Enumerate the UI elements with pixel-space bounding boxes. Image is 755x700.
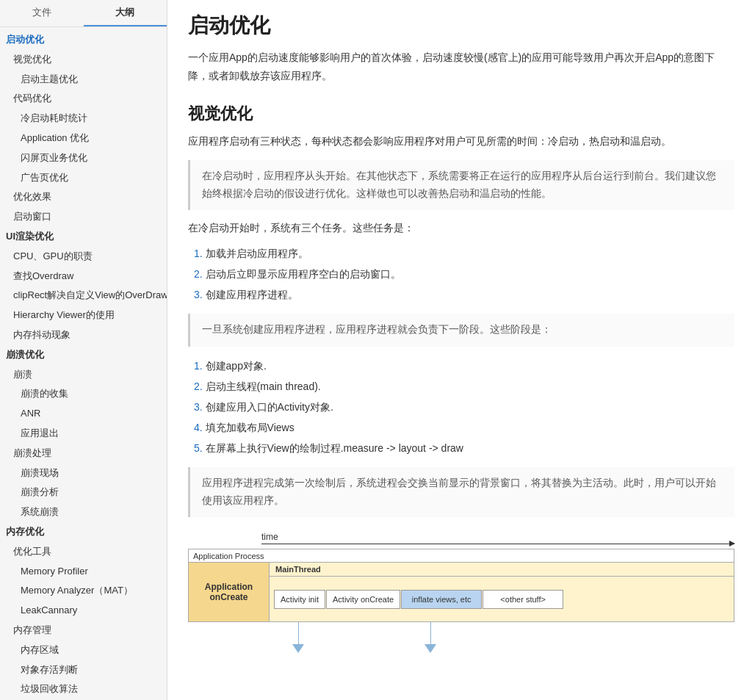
sidebar-item-crash-collect[interactable]: 崩溃的收集 (0, 384, 167, 404)
sidebar-item-crash-handle[interactable]: 崩溃处理 (0, 444, 167, 463)
sidebar-item-cliprect[interactable]: clipRect解决自定义View的OverDraw (0, 286, 167, 306)
sidebar-item-app-exit[interactable]: 应用退出 (0, 424, 167, 444)
sidebar-item-memory-analyzer[interactable]: Memory Analyzer（MAT） (0, 581, 167, 601)
task-num-2: 3. (194, 289, 203, 300)
sidebar-item-application-opt[interactable]: Application 优化 (0, 129, 167, 148)
sidebar-item-leak-cannary[interactable]: LeakCannary (0, 601, 167, 621)
sidebar-item-crash-scene[interactable]: 崩溃现场 (0, 463, 167, 483)
sidebar-item-ui-render-opt[interactable]: UI渲染优化 (0, 227, 167, 247)
app-task-item-2: 3. 创建应用入口的Activity对象. (194, 397, 734, 417)
sidebar-item-find-overdraw[interactable]: 查找Overdraw (0, 267, 167, 286)
app-task-num-1: 2. (194, 380, 203, 392)
diagram-container: time Application Process ApplicationonCr… (188, 532, 734, 653)
sidebar-item-mem-jitter[interactable]: 内存抖动现象 (0, 325, 167, 345)
task-item-2: 3. 创建应用程序进程。 (194, 284, 734, 305)
sidebar-item-startup-window[interactable]: 启动窗口 (0, 207, 167, 227)
app-task-item-4: 5. 在屏幕上执行View的绘制过程.measure -> layout -> … (194, 438, 734, 458)
sidebar: 文件 大纲 启动优化视觉优化启动主题优化代码优化冷启动耗时统计Applicati… (0, 0, 167, 700)
sidebar-item-gc-algo[interactable]: 垃圾回收算法 (0, 679, 167, 699)
blockquote-2-text: 一旦系统创建应用程序进程，应用程序进程就会负责下一阶段。这些阶段是： (202, 324, 552, 335)
blockquote-2: 一旦系统创建应用程序进程，应用程序进程就会负责下一阶段。这些阶段是： (188, 314, 734, 346)
app-tasks-list: 1. 创建app对象.2. 启动主线程(main thread).3. 创建应用… (194, 356, 734, 458)
app-task-item-3: 4. 填充加载布局Views (194, 417, 734, 438)
diagram-bottom-indicators (269, 622, 734, 653)
sidebar-item-anr[interactable]: ANR (0, 404, 167, 424)
sidebar-item-memory-profiler[interactable]: Memory Profiler (0, 562, 167, 582)
sidebar-item-cpu-gpu[interactable]: CPU、GPU的职责 (0, 247, 167, 267)
diagram-time-arrow (261, 544, 734, 544)
app-task-num-0: 1. (194, 360, 203, 372)
indicator-1 (269, 622, 328, 653)
task-item-0: 1. 加载并启动应用程序。 (194, 243, 734, 264)
sidebar-item-code-opt[interactable]: 代码优化 (0, 89, 167, 109)
sidebar-item-crash-opt[interactable]: 崩溃优化 (0, 345, 167, 365)
sidebar-item-opt-tools[interactable]: 优化工具 (0, 542, 167, 562)
app-task-num-3: 4. (194, 422, 203, 433)
cold-start-text: 在冷启动开始时，系统有三个任务。这些任务是： (188, 219, 734, 237)
sidebar-item-cold-start-stats[interactable]: 冷启动耗时统计 (0, 109, 167, 129)
blockquote-1-text: 在冷启动时，应用程序从头开始。在其他状态下，系统需要将正在运行的应用程序从后台运… (202, 170, 716, 199)
thread-blocks: Activity initActivity onCreateinflate vi… (270, 577, 734, 621)
indicator-2 (401, 622, 460, 653)
sidebar-item-visual-opt[interactable]: 视觉优化 (0, 50, 167, 70)
sidebar-item-ad-page-opt[interactable]: 广告页优化 (0, 168, 167, 188)
tab-outline[interactable]: 大纲 (84, 0, 167, 26)
sidebar-item-splash-screen-opt[interactable]: 闪屏页业务优化 (0, 148, 167, 168)
sidebar-item-startup-opt[interactable]: 启动优化 (0, 30, 167, 50)
sidebar-item-mem-region[interactable]: 内存区域 (0, 641, 167, 660)
thread-block-0: Activity init (274, 590, 325, 609)
sidebar-item-hierarchy-viewer[interactable]: Hierarchy Viewer的使用 (0, 306, 167, 325)
sidebar-item-system-crash[interactable]: 系统崩溃 (0, 502, 167, 522)
sidebar-item-mem-manage[interactable]: 内存管理 (0, 621, 167, 641)
diagram-main-thread: MainThread Activity initActivity onCreat… (270, 563, 734, 621)
task-num-1: 2. (194, 268, 203, 280)
diagram-time-label: time (261, 532, 734, 542)
thread-block-3: <other stuff> (483, 590, 563, 609)
visual-intro: 应用程序启动有三种状态，每种状态都会影响应用程序对用户可见所需的时间：冷启动，热… (188, 132, 734, 151)
sidebar-item-crash[interactable]: 崩溃 (0, 365, 167, 385)
page-title: 启动优化 (188, 12, 734, 40)
thread-block-2: inflate views, etc (401, 590, 482, 609)
app-task-num-2: 3. (194, 401, 203, 413)
tab-file[interactable]: 文件 (0, 0, 84, 26)
main-thread-label: MainThread (270, 563, 734, 577)
main-content: 启动优化 一个应用App的启动速度能够影响用户的首次体验，启动速度较慢(感官上)… (167, 0, 755, 700)
app-task-num-4: 5. (194, 442, 203, 454)
diagram-body: ApplicationonCreate MainThread Activity … (189, 563, 734, 621)
diagram-outer: Application Process ApplicationonCreate … (188, 549, 734, 622)
app-box-text: ApplicationonCreate (205, 582, 253, 602)
sidebar-item-opt-effect[interactable]: 优化效果 (0, 187, 167, 207)
blockquote-3: 应用程序进程完成第一次绘制后，系统进程会交换当前显示的背景窗口，将其替换为主活动… (188, 467, 734, 518)
sidebar-tab-bar: 文件 大纲 (0, 0, 167, 27)
app-task-item-1: 2. 启动主线程(main thread). (194, 376, 734, 397)
sidebar-item-mem-opt[interactable]: 内存优化 (0, 522, 167, 542)
diagram-app-process-label: Application Process (189, 549, 734, 563)
thread-block-1: Activity onCreate (326, 590, 400, 609)
intro-text: 一个应用App的启动速度能够影响用户的首次体验，启动速度较慢(感官上)的应用可能… (188, 48, 734, 85)
diagram-app-box: ApplicationonCreate (189, 563, 270, 621)
sidebar-item-crash-analysis[interactable]: 崩溃分析 (0, 483, 167, 502)
visual-section-title: 视觉优化 (188, 103, 734, 125)
blockquote-3-text: 应用程序进程完成第一次绘制后，系统进程会交换当前显示的背景窗口，将其替换为主活动… (202, 477, 716, 506)
blockquote-1: 在冷启动时，应用程序从头开始。在其他状态下，系统需要将正在运行的应用程序从后台运… (188, 160, 734, 211)
tasks-list: 1. 加载并启动应用程序。2. 启动后立即显示应用程序空白的启动窗口。3. 创建… (194, 243, 734, 305)
sidebar-tree: 启动优化视觉优化启动主题优化代码优化冷启动耗时统计Application 优化闪… (0, 27, 167, 700)
task-num-0: 1. (194, 248, 203, 259)
sidebar-item-obj-survival[interactable]: 对象存活判断 (0, 660, 167, 680)
app-task-item-0: 1. 创建app对象. (194, 356, 734, 376)
task-item-1: 2. 启动后立即显示应用程序空白的启动窗口。 (194, 264, 734, 284)
sidebar-item-startup-theme-opt[interactable]: 启动主题优化 (0, 70, 167, 90)
